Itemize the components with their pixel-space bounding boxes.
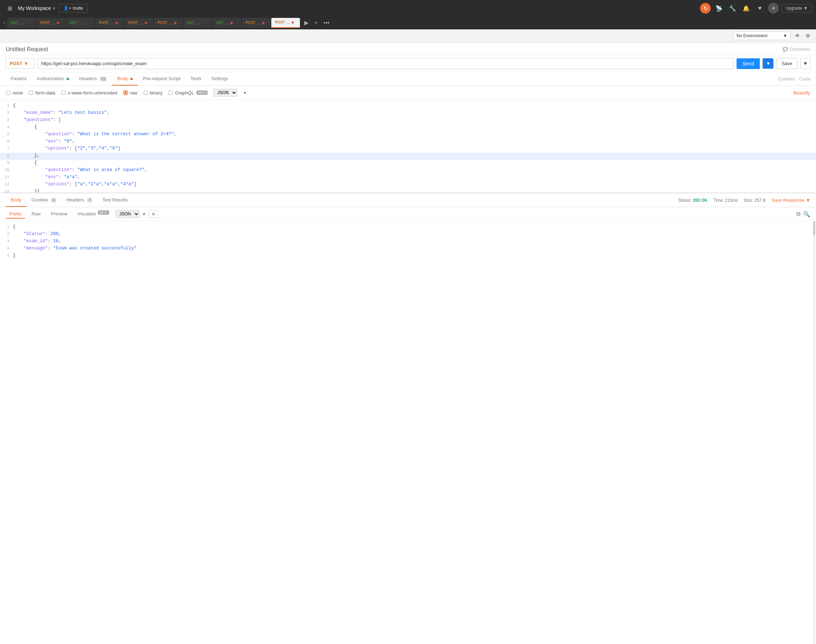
request-tab-right: Cookies Code bbox=[778, 76, 810, 81]
wrench-icon: 🔧 bbox=[729, 5, 736, 12]
request-body-editor[interactable]: 1 { 2 "exam_name": "Lets test basics", 3… bbox=[0, 100, 816, 193]
grid-menu-button[interactable]: ⊞ bbox=[4, 3, 15, 14]
tab-9[interactable]: POST ... bbox=[242, 18, 271, 28]
tab-add-button[interactable]: + bbox=[312, 19, 320, 27]
tab-pre-request-script[interactable]: Pre-request Script bbox=[138, 72, 186, 86]
tab-10-active[interactable]: POST ... bbox=[271, 18, 300, 28]
cookies-link[interactable]: Cookies bbox=[778, 76, 795, 81]
tab-method-get: GET bbox=[187, 21, 194, 25]
save-response-button[interactable]: Save Response ▼ bbox=[771, 198, 810, 203]
resp-fmt-pretty[interactable]: Pretty bbox=[6, 210, 25, 219]
resp-fmt-raw[interactable]: Raw bbox=[28, 210, 44, 219]
resp-format-icon-button[interactable]: ≡ bbox=[149, 210, 158, 218]
status-text: Status: bbox=[678, 198, 692, 203]
raw-label: raw bbox=[130, 90, 137, 95]
chevron-down-icon: ▼ bbox=[52, 6, 56, 11]
tab-1[interactable]: GET ... bbox=[7, 18, 36, 28]
tools-button[interactable]: 🔧 bbox=[727, 3, 738, 14]
option-url-encoded[interactable]: x-www-form-urlencoded bbox=[61, 90, 117, 95]
tab-scroll-left[interactable]: ‹ bbox=[2, 18, 6, 27]
tab-6[interactable]: POST ... bbox=[154, 18, 183, 28]
code-link[interactable]: Code bbox=[799, 76, 810, 81]
notifications-button[interactable]: 🔔 bbox=[741, 3, 752, 14]
tab-3[interactable]: GET ... bbox=[66, 18, 95, 28]
tab-more-button[interactable]: ••• bbox=[321, 19, 332, 27]
resp-line-2: 2 "Status": 200, bbox=[0, 231, 816, 238]
tab-settings[interactable]: Settings bbox=[207, 72, 233, 86]
tab-body[interactable]: Body bbox=[112, 72, 138, 86]
save-button[interactable]: Save bbox=[776, 58, 798, 69]
tab-8[interactable]: GET ... bbox=[213, 18, 241, 28]
tab-tests[interactable]: Tests bbox=[186, 72, 206, 86]
tab-actions: ▶ + ••• bbox=[302, 18, 331, 27]
size-label: Size: bbox=[744, 198, 753, 203]
tab-params[interactable]: Params bbox=[6, 72, 32, 86]
tab-5[interactable]: POST ... bbox=[124, 18, 153, 28]
time-info: Time: 215ms bbox=[713, 198, 738, 203]
copy-button[interactable]: ⧉ bbox=[796, 211, 800, 218]
env-label: No Environment bbox=[736, 33, 767, 38]
cookies-count-badge: 1 bbox=[51, 198, 57, 202]
option-none[interactable]: none bbox=[6, 90, 23, 95]
beautify-button[interactable]: Beautify bbox=[793, 90, 810, 95]
tab-7[interactable]: GET ... bbox=[183, 18, 212, 28]
cookies-label: Cookies bbox=[32, 197, 48, 202]
nav-right: ↻ 📡 🔧 🔔 ♥ + Upgrade ▼ bbox=[700, 3, 812, 14]
body-label: Body bbox=[117, 76, 128, 81]
tab-2[interactable]: POST ... bbox=[37, 18, 65, 28]
workspace-selector[interactable]: My Workspace ▼ bbox=[18, 5, 56, 11]
resp-fmt-preview[interactable]: Preview bbox=[47, 210, 71, 219]
resp-tab-test-results[interactable]: Test Results bbox=[97, 193, 133, 207]
chevron-down-icon: ▼ bbox=[143, 212, 146, 216]
scrollbar-thumb[interactable] bbox=[813, 221, 815, 235]
sync-button[interactable]: ↻ bbox=[700, 3, 711, 14]
option-graphql[interactable]: GraphQL BETA bbox=[168, 90, 207, 95]
json-type-selector[interactable]: JSON bbox=[213, 89, 237, 97]
eye-button[interactable]: 👁 bbox=[793, 32, 801, 40]
settings-button[interactable]: ⚙ bbox=[804, 32, 812, 40]
invite-button[interactable]: 👤+ Invite bbox=[59, 4, 88, 12]
tab-4[interactable]: POST ... bbox=[95, 18, 124, 28]
send-dropdown-button[interactable]: ▼ bbox=[763, 58, 773, 69]
radio-form-data[interactable] bbox=[29, 90, 34, 95]
radar-icon: 📡 bbox=[715, 5, 722, 12]
resp-tab-body[interactable]: Body bbox=[6, 193, 26, 207]
code-line-10: 10 "question": "What is area of square?"… bbox=[0, 167, 816, 174]
resp-fmt-visualize[interactable]: Visualize BETA bbox=[74, 209, 112, 219]
radar-button[interactable]: 📡 bbox=[714, 3, 724, 14]
option-form-data[interactable]: form-data bbox=[29, 90, 55, 95]
nav-left: ⊞ My Workspace ▼ 👤+ Invite bbox=[4, 3, 88, 14]
radio-graphql[interactable] bbox=[168, 90, 173, 95]
radio-url-encoded[interactable] bbox=[61, 90, 66, 95]
upgrade-button[interactable]: Upgrade ▼ bbox=[782, 4, 812, 12]
favorites-button[interactable]: ♥ bbox=[755, 3, 765, 14]
gear-icon: ⚙ bbox=[805, 33, 810, 38]
url-input[interactable] bbox=[37, 58, 734, 69]
chevron-down-icon: ▼ bbox=[766, 61, 770, 66]
comments-button[interactable]: 💬 Comments bbox=[783, 47, 810, 52]
response-json-selector[interactable]: JSON bbox=[116, 210, 140, 218]
option-binary[interactable]: binary bbox=[143, 90, 163, 95]
tab-label: ... bbox=[52, 21, 55, 25]
time-label: Time: bbox=[713, 198, 724, 203]
add-button[interactable]: + bbox=[768, 3, 779, 14]
send-button[interactable]: Send bbox=[736, 58, 760, 69]
option-raw[interactable]: raw bbox=[123, 90, 137, 95]
none-label: none bbox=[12, 90, 23, 95]
lower-section: Body Cookies 1 Headers 7 Test Results St… bbox=[0, 193, 816, 644]
eye-icon: 👁 bbox=[795, 33, 800, 38]
method-selector[interactable]: POST ▼ bbox=[6, 58, 34, 69]
radio-binary[interactable] bbox=[143, 90, 148, 95]
resp-tab-headers[interactable]: Headers 7 bbox=[61, 193, 97, 207]
unsaved-dot bbox=[262, 22, 264, 24]
radio-none[interactable] bbox=[6, 90, 11, 95]
environment-selector[interactable]: No Environment ▼ bbox=[733, 32, 791, 40]
resp-tab-cookies[interactable]: Cookies 1 bbox=[26, 193, 61, 207]
grid-icon: ⊞ bbox=[8, 5, 12, 12]
save-dropdown-button[interactable]: ▼ bbox=[801, 58, 810, 69]
tab-authorization[interactable]: Authorization bbox=[32, 72, 74, 86]
search-button[interactable]: 🔍 bbox=[803, 211, 810, 218]
tab-label: ... bbox=[79, 21, 82, 25]
tab-run-button[interactable]: ▶ bbox=[302, 18, 311, 27]
tab-headers[interactable]: Headers 11 bbox=[74, 72, 112, 86]
